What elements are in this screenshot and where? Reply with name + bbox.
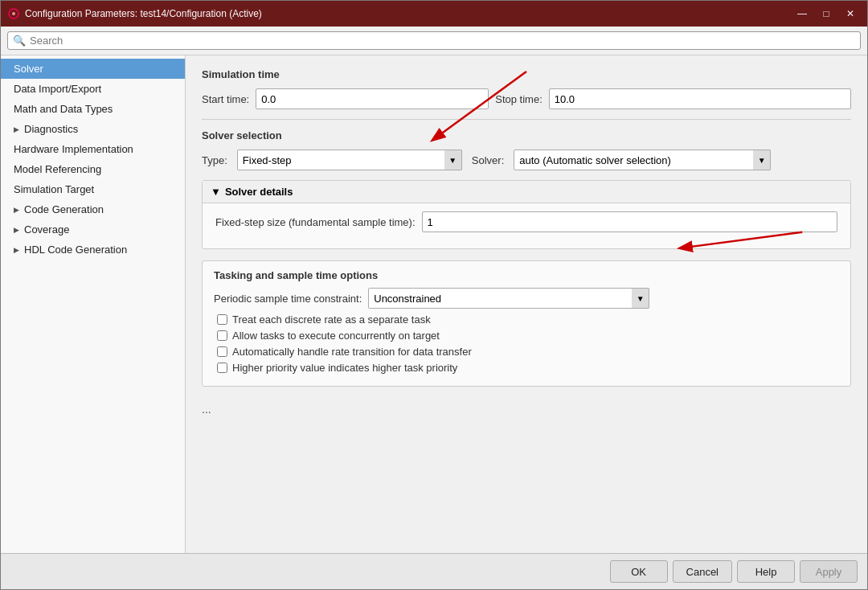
title-bar: Configuration Parameters: test14/Configu… xyxy=(1,1,867,27)
sidebar-item-math-data-types[interactable]: Math and Data Types xyxy=(1,99,185,119)
solver-details-title: Solver details xyxy=(225,186,293,198)
sidebar-item-label: Hardware Implementation xyxy=(14,143,133,155)
solver-select-wrap: auto (Automatic solver selection) ode3 (… xyxy=(514,150,771,170)
svg-point-1 xyxy=(12,12,15,15)
fixed-step-input[interactable] xyxy=(422,211,837,232)
maximize-button[interactable]: □ xyxy=(816,6,837,22)
type-select[interactable]: Fixed-step Variable-step xyxy=(237,150,462,170)
checkbox-discrete-rate[interactable] xyxy=(217,314,227,325)
periodic-select[interactable]: Unconstrained Specified xyxy=(368,288,649,309)
tasking-section: Tasking and sample time options Periodic… xyxy=(202,260,851,387)
sidebar-item-label: Math and Data Types xyxy=(14,103,113,115)
sidebar-item-label: Simulation Target xyxy=(14,183,94,195)
sidebar-item-label: Coverage xyxy=(24,223,69,236)
ellipsis: ... xyxy=(202,398,851,420)
sidebar-item-model-referencing[interactable]: Model Referencing xyxy=(1,159,185,179)
type-select-wrap: Fixed-step Variable-step ▼ xyxy=(237,150,462,170)
simulation-time-title: Simulation time xyxy=(202,68,851,80)
sidebar-item-solver[interactable]: Solver xyxy=(1,59,185,79)
sidebar-item-label: Solver xyxy=(14,63,43,75)
start-time-input[interactable] xyxy=(256,88,489,109)
search-input[interactable] xyxy=(30,35,855,47)
checkbox-discrete-rate-label: Treat each discrete rate as a separate t… xyxy=(232,313,431,326)
solver-label: Solver: xyxy=(472,154,504,166)
solver-selection-title: Solver selection xyxy=(202,129,851,141)
sidebar-item-label: HDL Code Generation xyxy=(24,244,127,256)
sidebar-item-label: Data Import/Export xyxy=(14,83,101,95)
solver-details-header[interactable]: ▼ Solver details xyxy=(203,181,850,203)
sidebar-item-label: Code Generation xyxy=(24,203,104,215)
search-input-wrap: 🔍 xyxy=(7,31,861,50)
sidebar-item-hdl-code-generation[interactable]: HDL Code Generation xyxy=(1,240,185,260)
main-area: Solver Data Import/Export Math and Data … xyxy=(1,55,867,553)
sidebar-item-code-generation[interactable]: Code Generation xyxy=(1,199,185,219)
checkbox-row-1: Treat each discrete rate as a separate t… xyxy=(214,313,839,326)
periodic-constraint-row: Periodic sample time constraint: Unconst… xyxy=(214,288,839,309)
bottom-bar: OK Cancel Help Apply xyxy=(1,553,867,589)
start-time-label: Start time: xyxy=(202,93,249,105)
sidebar-item-label: Model Referencing xyxy=(14,163,101,175)
checkbox-row-3: Automatically handle rate transition for… xyxy=(214,346,839,358)
sidebar-item-simulation-target[interactable]: Simulation Target xyxy=(1,179,185,199)
checkbox-higher-priority[interactable] xyxy=(217,363,227,373)
solver-details-body: Fixed-step size (fundamental sample time… xyxy=(203,203,850,248)
sidebar-item-label: Diagnostics xyxy=(24,123,78,135)
window-title: Configuration Parameters: test14/Configu… xyxy=(25,8,262,19)
sidebar-item-diagnostics[interactable]: Diagnostics xyxy=(1,119,185,139)
help-button[interactable]: Help xyxy=(737,560,795,583)
checkbox-rate-transition-label: Automatically handle rate transition for… xyxy=(232,346,472,358)
stop-time-label: Stop time: xyxy=(495,93,542,105)
search-icon: 🔍 xyxy=(13,35,26,47)
checkbox-concurrent-tasks-label: Allow tasks to execute concurrently on t… xyxy=(232,330,440,342)
main-window: Configuration Parameters: test14/Configu… xyxy=(0,0,868,590)
periodic-label: Periodic sample time constraint: xyxy=(214,293,362,305)
type-label: Type: xyxy=(202,154,227,166)
sidebar-item-hardware-implementation[interactable]: Hardware Implementation xyxy=(1,139,185,159)
solver-details-collapse-icon: ▼ xyxy=(211,186,221,198)
search-bar: 🔍 xyxy=(1,27,867,55)
checkbox-rate-transition[interactable] xyxy=(217,346,227,357)
fixed-step-label: Fixed-step size (fundamental sample time… xyxy=(215,216,416,228)
solver-details-section: ▼ Solver details Fixed-step size (fundam… xyxy=(202,180,851,249)
apply-button[interactable]: Apply xyxy=(800,560,858,583)
stop-time-input[interactable] xyxy=(549,88,851,109)
checkbox-row-4: Higher priority value indicates higher t… xyxy=(214,362,839,374)
minimize-button[interactable]: — xyxy=(792,6,813,22)
sidebar-item-data-import-export[interactable]: Data Import/Export xyxy=(1,79,185,99)
sidebar-item-coverage[interactable]: Coverage xyxy=(1,219,185,240)
app-icon xyxy=(7,7,20,20)
title-buttons: — □ ✕ xyxy=(792,6,861,22)
solver-select[interactable]: auto (Automatic solver selection) ode3 (… xyxy=(514,150,771,170)
periodic-select-wrap: Unconstrained Specified ▼ xyxy=(368,288,649,309)
content-area: Simulation time Start time: Stop time: S… xyxy=(186,55,867,553)
ok-button[interactable]: OK xyxy=(610,560,668,583)
simulation-time-row: Start time: Stop time: xyxy=(202,88,851,109)
cancel-button[interactable]: Cancel xyxy=(673,560,732,583)
title-bar-left: Configuration Parameters: test14/Configu… xyxy=(7,7,262,20)
tasking-title: Tasking and sample time options xyxy=(214,269,839,281)
close-button[interactable]: ✕ xyxy=(840,6,861,22)
fixed-step-row: Fixed-step size (fundamental sample time… xyxy=(215,211,837,232)
checkbox-row-2: Allow tasks to execute concurrently on t… xyxy=(214,330,839,342)
sidebar: Solver Data Import/Export Math and Data … xyxy=(1,55,186,553)
checkbox-higher-priority-label: Higher priority value indicates higher t… xyxy=(232,362,457,374)
checkbox-concurrent-tasks[interactable] xyxy=(217,330,227,341)
solver-selection-row: Type: Fixed-step Variable-step ▼ Solver:… xyxy=(202,150,851,170)
